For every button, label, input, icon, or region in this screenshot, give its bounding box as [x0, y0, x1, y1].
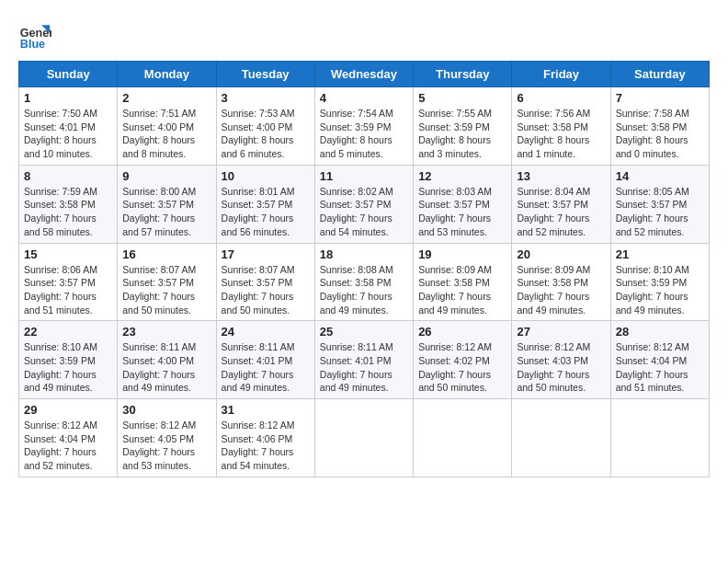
day-number: 12: [418, 169, 506, 183]
day-info: Sunrise: 7:53 AM Sunset: 4:00 PM Dayligh…: [222, 107, 310, 161]
calendar-week-row: 1Sunrise: 7:50 AM Sunset: 4:01 PM Daylig…: [19, 87, 710, 166]
day-number: 24: [222, 325, 310, 339]
calendar-day-cell: 20Sunrise: 8:09 AM Sunset: 3:58 PM Dayli…: [512, 243, 610, 321]
day-number: 29: [24, 403, 112, 417]
calendar-day-cell: 29Sunrise: 8:12 AM Sunset: 4:04 PM Dayli…: [19, 399, 118, 477]
calendar-day-cell: 15Sunrise: 8:06 AM Sunset: 3:57 PM Dayli…: [19, 243, 118, 321]
calendar-day-cell: 18Sunrise: 8:08 AM Sunset: 3:58 PM Dayli…: [314, 243, 413, 321]
calendar-day-cell: [610, 399, 709, 477]
weekday-header-cell: Friday: [512, 62, 610, 87]
calendar-day-cell: 9Sunrise: 8:00 AM Sunset: 3:57 PM Daylig…: [118, 165, 216, 243]
day-number: 18: [320, 247, 408, 261]
calendar-day-cell: 17Sunrise: 8:07 AM Sunset: 3:57 PM Dayli…: [216, 243, 314, 321]
day-number: 3: [222, 91, 310, 105]
logo-icon: General Blue: [18, 18, 51, 52]
day-info: Sunrise: 7:54 AM Sunset: 3:59 PM Dayligh…: [320, 107, 408, 161]
day-info: Sunrise: 8:00 AM Sunset: 3:57 PM Dayligh…: [122, 185, 210, 239]
day-info: Sunrise: 8:12 AM Sunset: 4:04 PM Dayligh…: [24, 419, 112, 473]
day-info: Sunrise: 8:08 AM Sunset: 3:58 PM Dayligh…: [320, 263, 408, 317]
weekday-header-cell: Wednesday: [314, 62, 413, 87]
day-info: Sunrise: 8:12 AM Sunset: 4:04 PM Dayligh…: [616, 340, 704, 395]
day-number: 10: [222, 169, 310, 183]
calendar-day-cell: [314, 399, 413, 477]
day-info: Sunrise: 8:01 AM Sunset: 3:57 PM Dayligh…: [222, 185, 310, 239]
day-number: 27: [517, 325, 605, 339]
day-info: Sunrise: 7:55 AM Sunset: 3:59 PM Dayligh…: [418, 107, 506, 161]
calendar-week-row: 29Sunrise: 8:12 AM Sunset: 4:04 PM Dayli…: [19, 399, 710, 477]
day-info: Sunrise: 8:05 AM Sunset: 3:57 PM Dayligh…: [616, 185, 704, 239]
weekday-header-cell: Thursday: [414, 62, 512, 87]
calendar-day-cell: 19Sunrise: 8:09 AM Sunset: 3:58 PM Dayli…: [414, 243, 512, 321]
day-info: Sunrise: 8:02 AM Sunset: 3:57 PM Dayligh…: [320, 185, 408, 239]
day-number: 6: [517, 91, 605, 105]
day-number: 17: [222, 247, 310, 261]
calendar-day-cell: 5Sunrise: 7:55 AM Sunset: 3:59 PM Daylig…: [414, 87, 512, 166]
calendar-week-row: 8Sunrise: 7:59 AM Sunset: 3:58 PM Daylig…: [19, 165, 710, 243]
calendar-day-cell: [512, 399, 610, 477]
calendar-day-cell: 8Sunrise: 7:59 AM Sunset: 3:58 PM Daylig…: [19, 165, 118, 243]
day-number: 5: [418, 91, 506, 105]
svg-text:Blue: Blue: [20, 38, 45, 51]
day-number: 19: [418, 247, 506, 261]
day-number: 22: [24, 325, 112, 339]
calendar-day-cell: 3Sunrise: 7:53 AM Sunset: 4:00 PM Daylig…: [216, 87, 314, 166]
weekday-header-cell: Saturday: [610, 62, 709, 87]
day-number: 13: [517, 169, 605, 183]
calendar-day-cell: 27Sunrise: 8:12 AM Sunset: 4:03 PM Dayli…: [512, 321, 610, 399]
day-info: Sunrise: 8:06 AM Sunset: 3:57 PM Dayligh…: [24, 263, 112, 317]
calendar-day-cell: 16Sunrise: 8:07 AM Sunset: 3:57 PM Dayli…: [118, 243, 216, 321]
calendar-week-row: 15Sunrise: 8:06 AM Sunset: 3:57 PM Dayli…: [19, 243, 710, 321]
day-info: Sunrise: 8:09 AM Sunset: 3:58 PM Dayligh…: [418, 263, 506, 317]
calendar-day-cell: 2Sunrise: 7:51 AM Sunset: 4:00 PM Daylig…: [118, 87, 216, 166]
calendar-day-cell: 7Sunrise: 7:58 AM Sunset: 3:58 PM Daylig…: [610, 87, 709, 166]
calendar-day-cell: 22Sunrise: 8:10 AM Sunset: 3:59 PM Dayli…: [19, 321, 118, 399]
day-number: 4: [320, 91, 408, 105]
calendar-day-cell: 28Sunrise: 8:12 AM Sunset: 4:04 PM Dayli…: [610, 321, 709, 399]
day-number: 9: [122, 169, 210, 183]
day-number: 16: [122, 247, 210, 261]
day-info: Sunrise: 7:58 AM Sunset: 3:58 PM Dayligh…: [616, 107, 704, 161]
calendar-day-cell: 25Sunrise: 8:11 AM Sunset: 4:01 PM Dayli…: [314, 321, 413, 399]
day-number: 21: [616, 247, 704, 261]
calendar-day-cell: 11Sunrise: 8:02 AM Sunset: 3:57 PM Dayli…: [314, 165, 413, 243]
weekday-header-cell: Tuesday: [216, 62, 314, 87]
header: General Blue: [18, 18, 710, 52]
calendar: SundayMondayTuesdayWednesdayThursdayFrid…: [18, 61, 710, 477]
day-number: 15: [24, 247, 112, 261]
day-info: Sunrise: 8:03 AM Sunset: 3:57 PM Dayligh…: [418, 185, 506, 239]
day-number: 14: [616, 169, 704, 183]
calendar-day-cell: 23Sunrise: 8:11 AM Sunset: 4:00 PM Dayli…: [118, 321, 216, 399]
logo: General Blue: [18, 18, 51, 52]
day-info: Sunrise: 8:04 AM Sunset: 3:57 PM Dayligh…: [517, 185, 605, 239]
day-number: 31: [222, 403, 310, 417]
day-number: 2: [122, 91, 210, 105]
day-number: 28: [616, 325, 704, 339]
weekday-header-row: SundayMondayTuesdayWednesdayThursdayFrid…: [19, 62, 710, 87]
day-info: Sunrise: 8:12 AM Sunset: 4:02 PM Dayligh…: [418, 340, 506, 395]
day-number: 11: [320, 169, 408, 183]
day-info: Sunrise: 8:12 AM Sunset: 4:06 PM Dayligh…: [222, 419, 310, 473]
calendar-day-cell: 10Sunrise: 8:01 AM Sunset: 3:57 PM Dayli…: [216, 165, 314, 243]
calendar-day-cell: 31Sunrise: 8:12 AM Sunset: 4:06 PM Dayli…: [216, 399, 314, 477]
day-info: Sunrise: 8:12 AM Sunset: 4:03 PM Dayligh…: [517, 340, 605, 395]
calendar-day-cell: 30Sunrise: 8:12 AM Sunset: 4:05 PM Dayli…: [118, 399, 216, 477]
calendar-day-cell: 12Sunrise: 8:03 AM Sunset: 3:57 PM Dayli…: [414, 165, 512, 243]
day-number: 26: [418, 325, 506, 339]
calendar-day-cell: 6Sunrise: 7:56 AM Sunset: 3:58 PM Daylig…: [512, 87, 610, 166]
calendar-week-row: 22Sunrise: 8:10 AM Sunset: 3:59 PM Dayli…: [19, 321, 710, 399]
calendar-body: 1Sunrise: 7:50 AM Sunset: 4:01 PM Daylig…: [19, 87, 710, 477]
day-number: 20: [517, 247, 605, 261]
day-info: Sunrise: 8:11 AM Sunset: 4:01 PM Dayligh…: [320, 340, 408, 395]
day-number: 23: [122, 325, 210, 339]
day-info: Sunrise: 8:10 AM Sunset: 3:59 PM Dayligh…: [616, 263, 704, 317]
calendar-day-cell: 1Sunrise: 7:50 AM Sunset: 4:01 PM Daylig…: [19, 87, 118, 166]
day-number: 25: [320, 325, 408, 339]
day-number: 8: [24, 169, 112, 183]
day-number: 1: [24, 91, 112, 105]
calendar-day-cell: 21Sunrise: 8:10 AM Sunset: 3:59 PM Dayli…: [610, 243, 709, 321]
calendar-day-cell: 24Sunrise: 8:11 AM Sunset: 4:01 PM Dayli…: [216, 321, 314, 399]
calendar-day-cell: 13Sunrise: 8:04 AM Sunset: 3:57 PM Dayli…: [512, 165, 610, 243]
day-info: Sunrise: 7:51 AM Sunset: 4:00 PM Dayligh…: [122, 107, 210, 161]
day-info: Sunrise: 8:12 AM Sunset: 4:05 PM Dayligh…: [122, 419, 210, 473]
calendar-day-cell: 14Sunrise: 8:05 AM Sunset: 3:57 PM Dayli…: [610, 165, 709, 243]
